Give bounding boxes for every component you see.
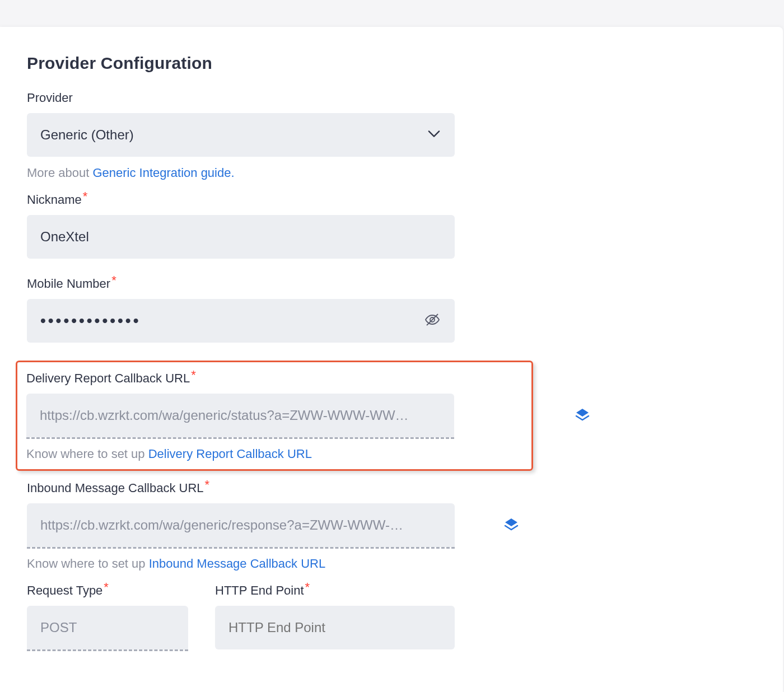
- inbound-know-link[interactable]: Inbound Message Callback URL: [149, 557, 326, 571]
- request-type-label: Request Type: [27, 583, 102, 598]
- nickname-field-group: Nickname*: [27, 193, 756, 259]
- required-asterisk: *: [104, 580, 109, 594]
- required-asterisk: *: [191, 368, 196, 382]
- mobile-input[interactable]: •••••••••••••: [27, 299, 455, 343]
- svg-line-1: [427, 314, 438, 325]
- required-asterisk: *: [111, 273, 116, 287]
- request-type-input[interactable]: POST: [27, 606, 188, 649]
- delivery-callback-highlight: Delivery Report Callback URL* https://cb…: [16, 361, 533, 471]
- page-title: Provider Configuration: [27, 54, 756, 73]
- inbound-know-text: Know where to set up Inbound Message Cal…: [27, 557, 756, 571]
- delivery-label: Delivery Report Callback URL: [26, 371, 190, 386]
- mobile-label: Mobile Number: [27, 277, 110, 291]
- provider-select[interactable]: Generic (Other): [27, 113, 455, 157]
- inbound-label: Inbound Message Callback URL: [27, 481, 204, 495]
- provider-value: Generic (Other): [40, 127, 134, 143]
- delivery-url-input[interactable]: https://cb.wzrkt.com/wa/generic/status?a…: [26, 394, 454, 437]
- nickname-input[interactable]: [27, 215, 455, 259]
- http-endpoint-label: HTTP End Point: [215, 583, 304, 598]
- eye-off-icon[interactable]: [424, 313, 440, 329]
- http-endpoint-input[interactable]: [215, 606, 455, 649]
- provider-label: Provider: [27, 91, 73, 105]
- inbound-field-group: Inbound Message Callback URL* https://cb…: [27, 481, 756, 571]
- request-endpoint-row: Request Type* POST HTTP End Point*: [27, 583, 756, 651]
- delivery-know-text: Know where to set up Delivery Report Cal…: [26, 447, 522, 461]
- copy-icon[interactable]: [503, 517, 520, 536]
- inbound-url-input[interactable]: https://cb.wzrkt.com/wa/generic/response…: [27, 503, 455, 547]
- generic-integration-link[interactable]: Generic Integration guide.: [92, 166, 234, 180]
- delivery-know-link[interactable]: Delivery Report Callback URL: [148, 447, 312, 461]
- nickname-label: Nickname: [27, 193, 82, 207]
- request-type-field-group: Request Type* POST: [27, 583, 188, 651]
- request-type-value: POST: [40, 620, 77, 635]
- http-endpoint-field-group: HTTP End Point*: [215, 583, 455, 651]
- provider-help: More about Generic Integration guide.: [27, 166, 756, 180]
- provider-config-panel: Provider Configuration Provider Generic …: [0, 27, 783, 692]
- mobile-masked-value: •••••••••••••: [40, 312, 141, 330]
- mobile-field-group: Mobile Number* •••••••••••••: [27, 277, 756, 343]
- copy-icon[interactable]: [574, 407, 591, 426]
- provider-field-group: Provider Generic (Other) More about Gene…: [27, 91, 756, 180]
- required-asterisk: *: [305, 580, 310, 594]
- required-asterisk: *: [205, 478, 210, 492]
- required-asterisk: *: [83, 189, 88, 203]
- inbound-url-value: https://cb.wzrkt.com/wa/generic/response…: [40, 517, 441, 533]
- delivery-url-value: https://cb.wzrkt.com/wa/generic/status?a…: [40, 408, 441, 423]
